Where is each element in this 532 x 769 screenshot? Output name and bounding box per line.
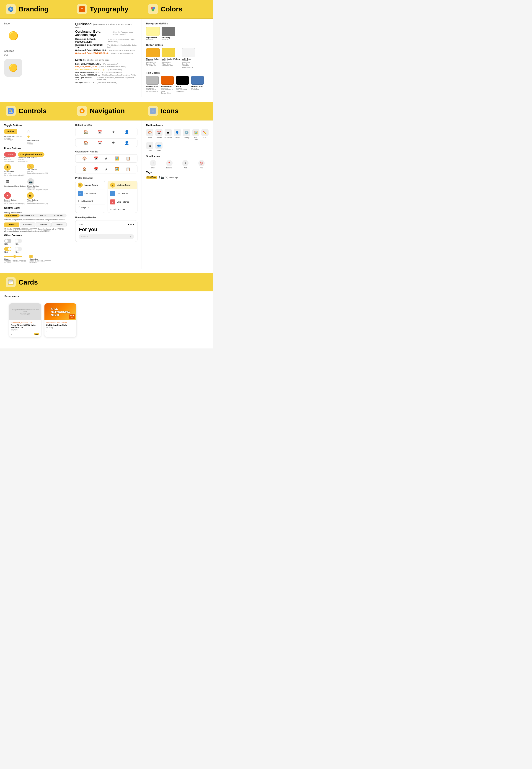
edit-icon-label: Edit bbox=[204, 137, 206, 138]
org-nav-bk-1[interactable]: ★ bbox=[105, 156, 108, 161]
event-cards-label: Event cards: bbox=[5, 295, 208, 298]
lato-medium-note: (For card sub-headings) bbox=[102, 71, 122, 73]
nav-calendar-1[interactable]: 📅 bbox=[98, 130, 102, 134]
card-plain-share-icon[interactable]: ↑ bbox=[11, 333, 12, 335]
complete-btn-group: Complete task Button Complete task Butto… bbox=[18, 152, 44, 162]
profile-usc-right[interactable]: U USC APASA bbox=[108, 189, 137, 198]
bookmark-icon[interactable]: ★ bbox=[165, 129, 172, 136]
nav-profile-2[interactable]: 👤 bbox=[124, 140, 129, 145]
org-nav-home-2[interactable]: 🏠 bbox=[82, 167, 87, 171]
cancel2-button[interactable]: ✕ bbox=[4, 192, 11, 199]
toggle-on-yellow[interactable] bbox=[4, 247, 11, 251]
sliding-item-2[interactable]: SOCIAL bbox=[36, 214, 51, 218]
slider-thumb bbox=[13, 255, 16, 258]
slider[interactable] bbox=[4, 256, 22, 257]
instagram-icon[interactable]: 📷 bbox=[161, 176, 164, 179]
seg-archived[interactable]: Archived bbox=[51, 223, 67, 227]
medium-blue-name: Medium Blue bbox=[191, 85, 203, 87]
profile2-icon[interactable]: 👥 bbox=[155, 142, 163, 149]
edit-photo-icon-label: Edit Photo bbox=[192, 137, 199, 140]
org-nav-profile-2[interactable]: 📋 bbox=[126, 167, 130, 171]
nav-bookmark-1[interactable]: ★ bbox=[112, 130, 115, 134]
fav-star-outline[interactable]: ☆ bbox=[27, 129, 39, 134]
other-controls-group: (Off) (Off) (On) bbox=[4, 239, 67, 263]
photo-button[interactable]: 📷 bbox=[27, 178, 34, 185]
profile-usc-helenes[interactable]: U USC Helenes bbox=[108, 198, 137, 206]
add-small-icon[interactable]: + bbox=[182, 160, 189, 166]
nav-home-1[interactable]: 🏠 bbox=[84, 130, 88, 134]
cancel-button[interactable]: Cancel bbox=[4, 152, 16, 157]
calendar-icon[interactable]: 📅 bbox=[155, 129, 163, 136]
time-icon[interactable]: ⏰ bbox=[198, 160, 205, 166]
profile-icon[interactable]: 👤 bbox=[174, 129, 181, 136]
profile-logout[interactable]: ↺ Log Out bbox=[75, 205, 105, 210]
toggle-on-2[interactable] bbox=[15, 247, 22, 251]
seg-bookmark[interactable]: Bookmark bbox=[20, 223, 35, 227]
profile-matthew[interactable]: M Matthew Brown bbox=[108, 181, 137, 189]
profile-add-right[interactable]: + Add Account bbox=[108, 206, 137, 213]
add-round: Same color drop shadow (20) bbox=[4, 174, 25, 176]
profile-add-left[interactable]: + Add Account bbox=[75, 198, 105, 205]
logo-image: 🟡 bbox=[8, 31, 18, 41]
sliding-item-3[interactable]: CONCERT bbox=[51, 214, 67, 218]
org-nav-photo-1[interactable]: 🖼️ bbox=[115, 156, 119, 161]
nav-home-2[interactable]: 🏠 bbox=[84, 140, 88, 145]
toggle-off[interactable] bbox=[4, 239, 11, 243]
navigation-header: 🧭 Navigation bbox=[71, 102, 142, 120]
edit-icon[interactable]: ✏️ bbox=[201, 129, 209, 136]
card-colored-share-icon[interactable]: ↑ bbox=[46, 331, 47, 333]
profile-usc-left[interactable]: U USC APASA bbox=[75, 189, 105, 198]
org-nav-cal-2[interactable]: 📅 bbox=[93, 167, 98, 171]
app-icon-image: 🟡 bbox=[9, 63, 18, 72]
push-button[interactable]: Active bbox=[4, 129, 17, 134]
home-icon[interactable]: 🏠 bbox=[146, 129, 153, 136]
sliding-bar[interactable]: ADDITIONAL PROFESSIONAL SOCIAL CONCERT bbox=[4, 214, 67, 218]
seg-active[interactable]: Active bbox=[4, 223, 19, 227]
org-nav-cal-1[interactable]: 📅 bbox=[93, 156, 98, 161]
add-right-label: Add Account bbox=[114, 208, 125, 211]
facebook-icon[interactable]: f bbox=[159, 176, 160, 179]
seg-rsvped[interactable]: RSVPed bbox=[36, 223, 51, 227]
org-nav-bk-2[interactable]: ★ bbox=[105, 167, 108, 171]
lato-yellow: Lato, Bold/Medium, #F4AC61, 12pt. bbox=[75, 68, 106, 70]
edit-photo-icon[interactable]: 🖼️ bbox=[192, 129, 199, 136]
complete-button[interactable]: Complete task Button bbox=[18, 152, 44, 157]
red-orange-hex: #E85D00 bbox=[161, 87, 168, 89]
filter-button[interactable]: ⊞ bbox=[27, 192, 34, 199]
nav-calendar-2[interactable]: 📅 bbox=[98, 140, 102, 145]
sliding-item-0[interactable]: ADDITIONAL bbox=[4, 214, 20, 218]
fav-star-filled[interactable]: ★ bbox=[27, 134, 39, 139]
checkbox[interactable]: ✓ bbox=[29, 255, 33, 258]
filter-icon[interactable]: ⊞ bbox=[146, 142, 153, 149]
nav-profile-1[interactable]: 👤 bbox=[124, 130, 129, 134]
sliding-item-1[interactable]: PROFESSIONAL bbox=[20, 214, 36, 218]
org-nav-label: Organization Nav Bar bbox=[75, 150, 137, 153]
edit-button[interactable]: ✏️ bbox=[27, 164, 34, 168]
mustard-name: Mustard Yellow bbox=[146, 58, 159, 60]
nav-bookmark-2[interactable]: ★ bbox=[112, 140, 115, 145]
maggie-name: Maggie Brown bbox=[85, 184, 98, 186]
cancel-round: Rounding (10) bbox=[4, 160, 16, 162]
profile-maggie[interactable]: M Maggie Brown bbox=[75, 181, 105, 189]
home-time: 8:41 bbox=[79, 223, 83, 226]
share-icon[interactable]: ↑ bbox=[150, 160, 156, 166]
location-icon[interactable]: 📍 bbox=[166, 160, 173, 166]
top-banner: © Branding T Typography bbox=[0, 0, 213, 19]
org-nav-photo-2[interactable]: 🖼️ bbox=[115, 167, 119, 171]
org-nav-home-1[interactable]: 🏠 bbox=[82, 156, 87, 161]
lato-bold-18-note: (For subheadings) bbox=[103, 63, 118, 65]
settings-icon[interactable]: ⚙️ bbox=[183, 129, 190, 136]
top-content: Logo 🟡 App Icon iOS 🟡 Quicksand: (For He… bbox=[0, 19, 213, 97]
twitter-icon[interactable]: 𝕏 bbox=[165, 176, 168, 179]
toggle-on-unchecked[interactable] bbox=[15, 239, 22, 243]
org-nav-profile-1[interactable]: 📋 bbox=[126, 156, 130, 161]
svg-rect-10 bbox=[9, 112, 13, 112]
add-button[interactable]: + bbox=[4, 164, 11, 171]
segmented-bar[interactable]: Active Bookmark RSVPed Archived bbox=[4, 223, 67, 227]
search-bar[interactable]: Search ⊞ bbox=[79, 234, 134, 239]
hamburger-button[interactable]: ☰ bbox=[4, 178, 11, 185]
light-grey-swatch: Light Grey #F5F5F5 Unselected ControlsOf… bbox=[182, 48, 195, 68]
filter-round: Same color drop shadow (20) bbox=[27, 203, 48, 204]
lato-intro: Lato: bbox=[75, 58, 82, 61]
search-icon: ⊞ bbox=[130, 236, 132, 238]
